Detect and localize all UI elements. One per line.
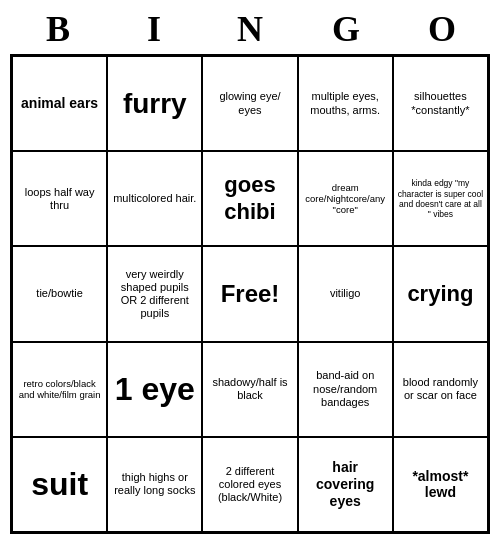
cell-4-3: hair covering eyes: [298, 437, 393, 532]
cell-4-0: suit: [12, 437, 107, 532]
cell-4-1: thigh highs or really long socks: [107, 437, 202, 532]
cell-1-1: multicolored hair.: [107, 151, 202, 246]
cell-1-4: kinda edgy "my character is super cool a…: [393, 151, 488, 246]
header-n: N: [202, 8, 298, 50]
cell-3-2: shadowy/half is black: [202, 342, 297, 437]
cell-2-2: Free!: [202, 246, 297, 341]
cell-0-0: animal ears: [12, 56, 107, 151]
cell-2-3: vitiligo: [298, 246, 393, 341]
cell-3-3: band-aid on nose/random bandages: [298, 342, 393, 437]
header-b: B: [10, 8, 106, 50]
bingo-grid: animal earsfurryglowing eye/ eyesmultipl…: [10, 54, 490, 534]
cell-3-0: retro colors/black and white/film grain: [12, 342, 107, 437]
header-i: I: [106, 8, 202, 50]
header-g: G: [298, 8, 394, 50]
cell-4-2: 2 different colored eyes (black/White): [202, 437, 297, 532]
cell-0-4: silhouettes *constantly*: [393, 56, 488, 151]
header-o: O: [394, 8, 490, 50]
cell-2-0: tie/bowtie: [12, 246, 107, 341]
cell-3-4: blood randomly or scar on face: [393, 342, 488, 437]
cell-4-4: *almost* lewd: [393, 437, 488, 532]
cell-1-2: goes chibi: [202, 151, 297, 246]
cell-0-3: multiple eyes, mouths, arms.: [298, 56, 393, 151]
cell-0-2: glowing eye/ eyes: [202, 56, 297, 151]
cell-2-4: crying: [393, 246, 488, 341]
cell-2-1: very weirdly shaped pupils OR 2 differen…: [107, 246, 202, 341]
cell-3-1: 1 eye: [107, 342, 202, 437]
cell-0-1: furry: [107, 56, 202, 151]
bingo-header: B I N G O: [10, 8, 490, 50]
cell-1-0: loops half way thru: [12, 151, 107, 246]
cell-1-3: dream core/Nightcore/any "core": [298, 151, 393, 246]
